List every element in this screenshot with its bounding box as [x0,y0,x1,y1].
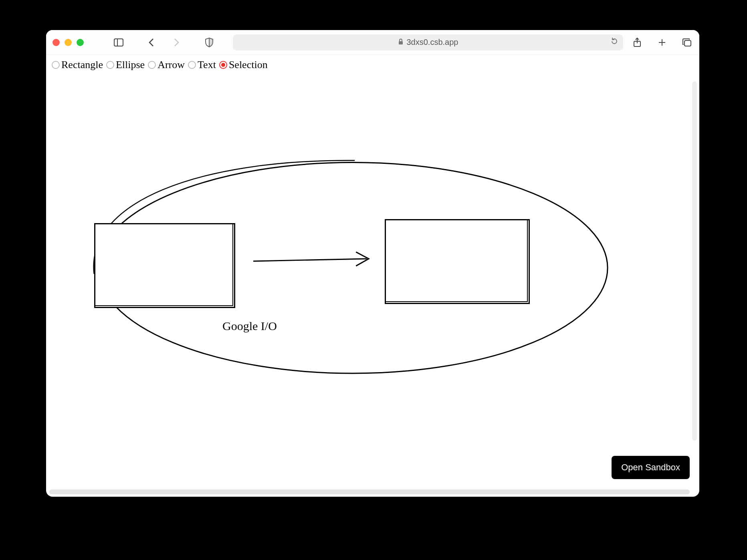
forward-button[interactable] [170,36,182,48]
sidebar-icon[interactable] [113,36,125,48]
minimize-window-button[interactable] [65,39,72,46]
lock-icon [398,38,404,47]
tool-label-text: Text [198,59,216,71]
back-button[interactable] [145,36,157,48]
share-icon[interactable] [631,36,643,48]
reload-icon[interactable] [610,37,618,47]
close-window-button[interactable] [52,39,60,46]
open-sandbox-button[interactable]: Open Sandbox [612,456,690,479]
address-bar-url: 3dxs0.csb.app [407,38,458,47]
tool-label-selection: Selection [229,59,268,71]
radio-text[interactable] [188,61,196,69]
browser-window: 3dxs0.csb.app Rectangle Ellipse Arrow Te… [46,30,699,497]
tool-label-arrow: Arrow [157,59,185,71]
tool-label-rectangle: Rectangle [61,59,103,71]
radio-rectangle[interactable] [52,61,60,69]
tabs-icon[interactable] [681,36,693,48]
tool-picker: Rectangle Ellipse Arrow Text Selection [46,55,699,75]
shape-arrow[interactable] [253,252,369,266]
shape-rect-left[interactable] [94,223,235,308]
drawing-canvas[interactable]: Google I/O [46,75,699,497]
svg-rect-7 [684,40,691,46]
privacy-shield-icon[interactable] [203,36,215,48]
maximize-window-button[interactable] [77,39,84,46]
horizontal-scrollbar[interactable] [49,489,690,494]
new-tab-icon[interactable] [656,36,668,48]
page-content: Rectangle Ellipse Arrow Text Selection [46,55,699,497]
tool-label-ellipse: Ellipse [116,59,145,71]
radio-arrow[interactable] [148,61,156,69]
svg-rect-2 [399,41,403,44]
svg-line-9 [253,259,367,261]
browser-titlebar: 3dxs0.csb.app [46,30,699,55]
svg-rect-0 [114,39,123,46]
shape-text[interactable]: Google I/O [222,319,277,333]
address-bar[interactable]: 3dxs0.csb.app [233,34,623,50]
window-controls [52,39,84,46]
radio-selection[interactable] [219,61,227,69]
vertical-scrollbar[interactable] [692,81,697,441]
shape-rect-right[interactable] [385,219,530,304]
radio-ellipse[interactable] [106,61,114,69]
